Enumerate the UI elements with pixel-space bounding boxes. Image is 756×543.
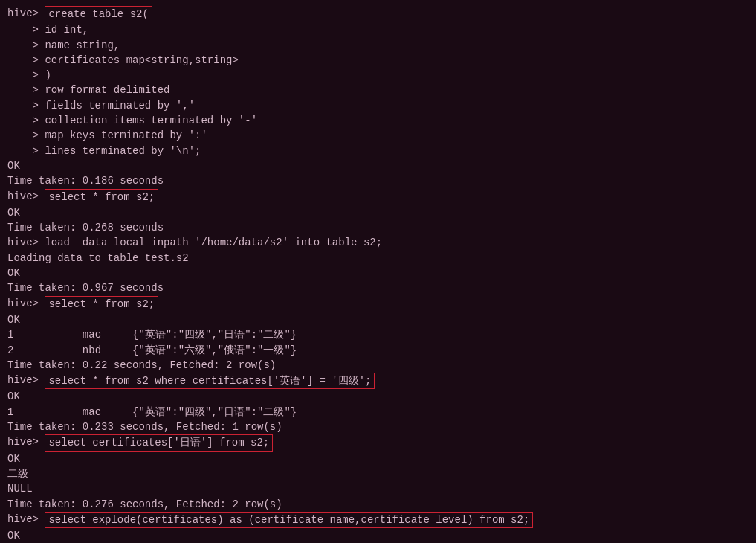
prompt-prefix: hive> [7, 434, 45, 449]
terminal-line: hive> select explode(certificates) as (c… [7, 512, 749, 528]
command-text: select certificates['日语'] from s2; [45, 434, 273, 451]
terminal-line: OK [7, 389, 749, 404]
terminal-line: Time taken: 0.967 seconds [7, 280, 749, 295]
prompt-prefix: hive> [7, 6, 45, 21]
terminal-line: OK [7, 205, 749, 220]
terminal-line: Time taken: 0.276 seconds, Fetched: 2 ro… [7, 497, 749, 512]
terminal-line: > map keys terminated by ':' [7, 128, 749, 143]
terminal-line: > certificates map<string,string> [7, 53, 749, 68]
prompt-prefix: hive> [7, 189, 45, 204]
terminal-line: > collection items terminated by '-' [7, 113, 749, 128]
terminal-line: OK [7, 528, 749, 543]
command-text: select * from s2; [45, 296, 158, 312]
terminal: hive> create table s2( > id int, > name … [7, 6, 749, 543]
terminal-line: OK [7, 452, 749, 466]
prompt-prefix: hive> [7, 512, 45, 527]
command-text: select * from s2; [45, 189, 158, 205]
terminal-line: > row format delimited [7, 83, 749, 97]
terminal-line: hive> select * from s2; [7, 296, 749, 312]
terminal-line: 2 nbd {"英语":"六级","俄语":"一级"} [7, 343, 749, 358]
terminal-line: Time taken: 0.22 seconds, Fetched: 2 row… [7, 358, 749, 373]
terminal-line: hive> load data local inpath '/home/data… [7, 235, 749, 250]
terminal-line: Time taken: 0.186 seconds [7, 173, 749, 188]
command-text: select explode(certificates) as (certifi… [45, 512, 533, 528]
command-text: create table s2( [45, 6, 152, 22]
terminal-line: > ) [7, 68, 749, 83]
command-text: select * from s2 where certificates['英语'… [45, 373, 375, 389]
terminal-line: Time taken: 0.233 seconds, Fetched: 1 ro… [7, 420, 749, 434]
terminal-line: OK [7, 312, 749, 327]
terminal-line: > lines terminated by '\n'; [7, 144, 749, 158]
terminal-line: hive> select * from s2; [7, 189, 749, 205]
terminal-line: > name string, [7, 38, 749, 53]
terminal-line: hive> select certificates['日语'] from s2; [7, 434, 749, 451]
terminal-line: > id int, [7, 22, 749, 37]
terminal-line: Loading data to table test.s2 [7, 251, 749, 266]
terminal-line: hive> create table s2( [7, 6, 749, 22]
terminal-line: 1 mac {"英语":"四级","日语":"二级"} [7, 327, 749, 342]
prompt-prefix: hive> [7, 296, 45, 311]
terminal-line: Time taken: 0.268 seconds [7, 220, 749, 235]
prompt-prefix: hive> [7, 373, 45, 388]
terminal-line: hive> select * from s2 where certificate… [7, 373, 749, 389]
terminal-line: OK [7, 158, 749, 173]
terminal-line: NULL [7, 481, 749, 496]
terminal-line: 1 mac {"英语":"四级","日语":"二级"} [7, 405, 749, 420]
terminal-line: 二级 [7, 466, 749, 481]
terminal-line: > fields terminated by ',' [7, 98, 749, 113]
terminal-line: OK [7, 266, 749, 280]
